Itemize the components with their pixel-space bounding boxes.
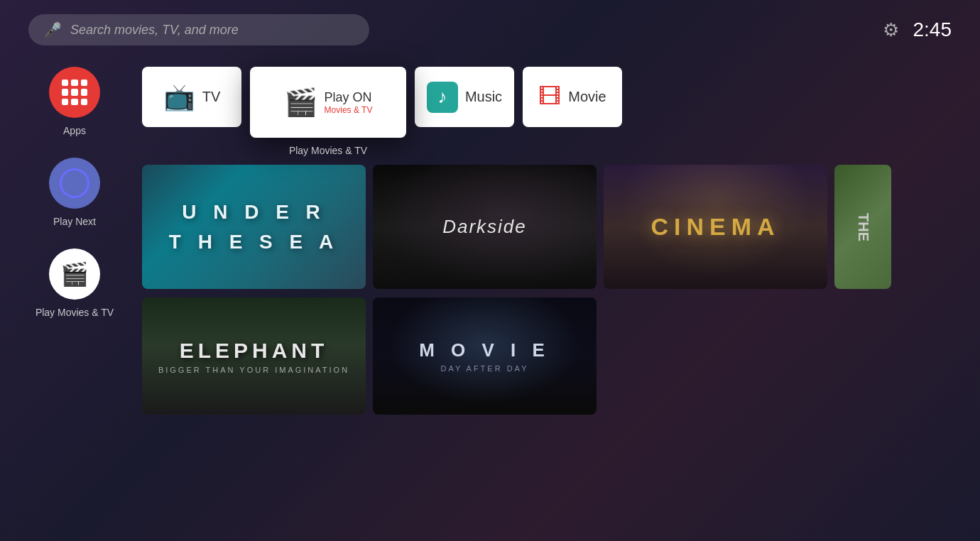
header: 🎤 Search movies, TV, and more ⚙ 2:45	[0, 0, 980, 60]
play-button-icon	[60, 168, 89, 198]
playon-tooltip-label: Play Movies & TV	[289, 145, 367, 156]
header-right: ⚙ 2:45	[883, 18, 952, 41]
elephant-subtitle: BIGGER THAN YOUR IMAGINATION	[158, 366, 349, 374]
playon-text: Play ON Movies & TV	[325, 90, 373, 115]
sidebar-item-play-movies[interactable]: 🎬 Play Movies & TV	[28, 248, 121, 318]
media-row-2: ELEPHANT BIGGER THAN YOUR IMAGINATION M …	[142, 297, 980, 415]
media-card-darkside[interactable]: Darkside	[373, 165, 597, 289]
playon-title: Play ON	[325, 90, 373, 105]
search-input-placeholder: Search movies, TV, and more	[70, 23, 239, 38]
play-triangle-icon	[70, 177, 81, 190]
main-content: Apps Play Next 🎬 Play Movies & TV 📺	[0, 60, 980, 415]
music-label: Music	[465, 89, 502, 105]
grid-dot	[81, 99, 87, 105]
apps-label: Apps	[63, 125, 86, 136]
app-card-tv[interactable]: 📺 TV	[142, 67, 241, 127]
playon-tooltip-wrapper: 🎬 Play ON Movies & TV Play Movies & TV	[250, 67, 406, 156]
sidebar-item-play-next[interactable]: Play Next	[28, 158, 121, 227]
sidebar: Apps Play Next 🎬 Play Movies & TV	[28, 67, 121, 415]
grid-dot	[71, 80, 77, 86]
sidebar-item-apps[interactable]: Apps	[28, 67, 121, 136]
play-movies-label: Play Movies & TV	[36, 307, 114, 318]
grid-dot	[81, 89, 87, 95]
media-card-partial[interactable]: THE	[834, 165, 891, 289]
play-movies-icon: 🎬	[49, 248, 100, 300]
cinema-text: CINEMA	[650, 213, 780, 241]
playon-film-icon: 🎬	[284, 87, 317, 118]
app-card-music[interactable]: ♪ Music	[415, 67, 514, 127]
under-sea-text: U N D E RT H E S E A	[169, 197, 339, 257]
media-row-1: U N D E RT H E S E A Darkside CINEMA THE	[142, 165, 980, 289]
settings-icon[interactable]: ⚙	[883, 19, 899, 41]
media-card-cinema[interactable]: CINEMA	[604, 165, 827, 289]
apps-icon	[49, 67, 100, 118]
darkside-text: Darkside	[442, 216, 527, 238]
grid-icon	[62, 80, 87, 105]
clock-display: 2:45	[913, 18, 952, 41]
music-icon: ♪	[427, 82, 458, 113]
grid-dot	[71, 99, 77, 105]
grid-dot	[81, 80, 87, 86]
grid-dot	[62, 89, 68, 95]
play-next-label: Play Next	[53, 216, 96, 227]
app-card-movie[interactable]: 🎞 Movie	[523, 67, 622, 127]
movie-label: Movie	[568, 89, 606, 105]
partial-text: THE	[855, 213, 871, 241]
movie-day-title: M O V I E	[419, 339, 550, 361]
film-strip-icon: 🎬	[60, 261, 89, 288]
app-card-playon[interactable]: 🎬 Play ON Movies & TV	[250, 67, 406, 138]
media-card-under-sea[interactable]: U N D E RT H E S E A	[142, 165, 366, 289]
grid-dot	[71, 89, 77, 95]
grid-dot	[62, 99, 68, 105]
tv-label: TV	[202, 89, 221, 105]
play-next-icon	[49, 158, 100, 209]
elephant-title: ELEPHANT	[180, 339, 329, 363]
content-area: 📺 TV 🎬 Play ON Movies & TV Play Movies &…	[142, 67, 980, 415]
tv-icon: 📺	[163, 82, 195, 112]
movie-day-subtitle: DAY AFTER DAY	[441, 364, 529, 373]
media-card-elephant[interactable]: ELEPHANT BIGGER THAN YOUR IMAGINATION	[142, 297, 366, 415]
mic-icon: 🎤	[44, 21, 62, 38]
movie-icon: 🎞	[538, 84, 561, 110]
media-card-movie-day[interactable]: M O V I E DAY AFTER DAY	[373, 297, 597, 415]
apps-row: 📺 TV 🎬 Play ON Movies & TV Play Movies &…	[142, 67, 980, 156]
grid-dot	[62, 80, 68, 86]
playon-subtitle: Movies & TV	[325, 105, 373, 115]
search-bar[interactable]: 🎤 Search movies, TV, and more	[28, 14, 369, 45]
